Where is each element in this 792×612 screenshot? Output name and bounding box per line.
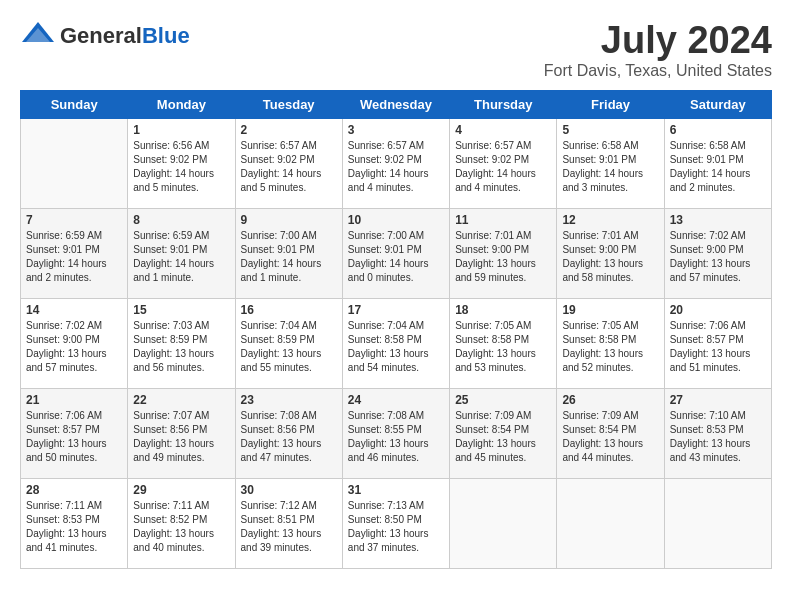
calendar-cell: 24Sunrise: 7:08 AM Sunset: 8:55 PM Dayli… [342,388,449,478]
cell-info: Sunrise: 7:02 AM Sunset: 9:00 PM Dayligh… [26,319,122,375]
day-number: 2 [241,123,337,137]
calendar-cell [664,478,771,568]
calendar-cell: 6Sunrise: 6:58 AM Sunset: 9:01 PM Daylig… [664,118,771,208]
calendar-cell: 1Sunrise: 6:56 AM Sunset: 9:02 PM Daylig… [128,118,235,208]
day-number: 4 [455,123,551,137]
day-number: 1 [133,123,229,137]
day-number: 9 [241,213,337,227]
calendar-cell: 20Sunrise: 7:06 AM Sunset: 8:57 PM Dayli… [664,298,771,388]
calendar-cell [450,478,557,568]
calendar-cell [21,118,128,208]
cell-info: Sunrise: 7:04 AM Sunset: 8:58 PM Dayligh… [348,319,444,375]
week-row-5: 28Sunrise: 7:11 AM Sunset: 8:53 PM Dayli… [21,478,772,568]
day-number: 16 [241,303,337,317]
calendar-cell: 19Sunrise: 7:05 AM Sunset: 8:58 PM Dayli… [557,298,664,388]
day-number: 25 [455,393,551,407]
day-number: 10 [348,213,444,227]
day-number: 18 [455,303,551,317]
cell-info: Sunrise: 6:57 AM Sunset: 9:02 PM Dayligh… [241,139,337,195]
calendar-cell: 10Sunrise: 7:00 AM Sunset: 9:01 PM Dayli… [342,208,449,298]
day-number: 7 [26,213,122,227]
week-row-4: 21Sunrise: 7:06 AM Sunset: 8:57 PM Dayli… [21,388,772,478]
cell-info: Sunrise: 7:08 AM Sunset: 8:56 PM Dayligh… [241,409,337,465]
calendar-cell: 30Sunrise: 7:12 AM Sunset: 8:51 PM Dayli… [235,478,342,568]
location: Fort Davis, Texas, United States [544,62,772,80]
cell-info: Sunrise: 6:59 AM Sunset: 9:01 PM Dayligh… [26,229,122,285]
day-number: 23 [241,393,337,407]
calendar-cell: 18Sunrise: 7:05 AM Sunset: 8:58 PM Dayli… [450,298,557,388]
logo-icon [20,20,56,52]
col-header-thursday: Thursday [450,90,557,118]
calendar-cell: 27Sunrise: 7:10 AM Sunset: 8:53 PM Dayli… [664,388,771,478]
calendar-cell: 2Sunrise: 6:57 AM Sunset: 9:02 PM Daylig… [235,118,342,208]
header: GeneralBlue July 2024 Fort Davis, Texas,… [20,20,772,80]
cell-info: Sunrise: 7:07 AM Sunset: 8:56 PM Dayligh… [133,409,229,465]
calendar-cell: 12Sunrise: 7:01 AM Sunset: 9:00 PM Dayli… [557,208,664,298]
day-number: 31 [348,483,444,497]
calendar-cell: 3Sunrise: 6:57 AM Sunset: 9:02 PM Daylig… [342,118,449,208]
day-number: 24 [348,393,444,407]
cell-info: Sunrise: 7:00 AM Sunset: 9:01 PM Dayligh… [241,229,337,285]
right-header: July 2024 Fort Davis, Texas, United Stat… [544,20,772,80]
cell-info: Sunrise: 7:13 AM Sunset: 8:50 PM Dayligh… [348,499,444,555]
day-number: 21 [26,393,122,407]
col-header-wednesday: Wednesday [342,90,449,118]
day-number: 15 [133,303,229,317]
calendar-cell: 26Sunrise: 7:09 AM Sunset: 8:54 PM Dayli… [557,388,664,478]
week-row-2: 7Sunrise: 6:59 AM Sunset: 9:01 PM Daylig… [21,208,772,298]
cell-info: Sunrise: 6:57 AM Sunset: 9:02 PM Dayligh… [455,139,551,195]
calendar: SundayMondayTuesdayWednesdayThursdayFrid… [20,90,772,569]
cell-info: Sunrise: 7:09 AM Sunset: 8:54 PM Dayligh… [455,409,551,465]
calendar-cell: 14Sunrise: 7:02 AM Sunset: 9:00 PM Dayli… [21,298,128,388]
day-number: 27 [670,393,766,407]
cell-info: Sunrise: 7:00 AM Sunset: 9:01 PM Dayligh… [348,229,444,285]
day-number: 5 [562,123,658,137]
day-number: 19 [562,303,658,317]
cell-info: Sunrise: 7:05 AM Sunset: 8:58 PM Dayligh… [455,319,551,375]
cell-info: Sunrise: 7:02 AM Sunset: 9:00 PM Dayligh… [670,229,766,285]
cell-info: Sunrise: 7:12 AM Sunset: 8:51 PM Dayligh… [241,499,337,555]
cell-info: Sunrise: 6:56 AM Sunset: 9:02 PM Dayligh… [133,139,229,195]
calendar-cell: 9Sunrise: 7:00 AM Sunset: 9:01 PM Daylig… [235,208,342,298]
calendar-cell: 15Sunrise: 7:03 AM Sunset: 8:59 PM Dayli… [128,298,235,388]
day-number: 20 [670,303,766,317]
cell-info: Sunrise: 6:59 AM Sunset: 9:01 PM Dayligh… [133,229,229,285]
cell-info: Sunrise: 7:01 AM Sunset: 9:00 PM Dayligh… [562,229,658,285]
calendar-cell: 31Sunrise: 7:13 AM Sunset: 8:50 PM Dayli… [342,478,449,568]
day-number: 8 [133,213,229,227]
cell-info: Sunrise: 7:05 AM Sunset: 8:58 PM Dayligh… [562,319,658,375]
calendar-cell: 7Sunrise: 6:59 AM Sunset: 9:01 PM Daylig… [21,208,128,298]
calendar-cell: 8Sunrise: 6:59 AM Sunset: 9:01 PM Daylig… [128,208,235,298]
cell-info: Sunrise: 7:01 AM Sunset: 9:00 PM Dayligh… [455,229,551,285]
day-number: 6 [670,123,766,137]
cell-info: Sunrise: 7:11 AM Sunset: 8:53 PM Dayligh… [26,499,122,555]
calendar-cell: 17Sunrise: 7:04 AM Sunset: 8:58 PM Dayli… [342,298,449,388]
day-number: 17 [348,303,444,317]
col-header-sunday: Sunday [21,90,128,118]
calendar-cell: 29Sunrise: 7:11 AM Sunset: 8:52 PM Dayli… [128,478,235,568]
calendar-cell: 23Sunrise: 7:08 AM Sunset: 8:56 PM Dayli… [235,388,342,478]
calendar-header-row: SundayMondayTuesdayWednesdayThursdayFrid… [21,90,772,118]
cell-info: Sunrise: 7:03 AM Sunset: 8:59 PM Dayligh… [133,319,229,375]
calendar-cell: 13Sunrise: 7:02 AM Sunset: 9:00 PM Dayli… [664,208,771,298]
day-number: 29 [133,483,229,497]
day-number: 11 [455,213,551,227]
cell-info: Sunrise: 6:58 AM Sunset: 9:01 PM Dayligh… [562,139,658,195]
day-number: 12 [562,213,658,227]
month-year: July 2024 [544,20,772,62]
day-number: 13 [670,213,766,227]
calendar-cell: 4Sunrise: 6:57 AM Sunset: 9:02 PM Daylig… [450,118,557,208]
cell-info: Sunrise: 7:09 AM Sunset: 8:54 PM Dayligh… [562,409,658,465]
calendar-cell: 21Sunrise: 7:06 AM Sunset: 8:57 PM Dayli… [21,388,128,478]
cell-info: Sunrise: 7:06 AM Sunset: 8:57 PM Dayligh… [26,409,122,465]
cell-info: Sunrise: 6:58 AM Sunset: 9:01 PM Dayligh… [670,139,766,195]
cell-info: Sunrise: 7:11 AM Sunset: 8:52 PM Dayligh… [133,499,229,555]
day-number: 22 [133,393,229,407]
day-number: 30 [241,483,337,497]
calendar-cell: 5Sunrise: 6:58 AM Sunset: 9:01 PM Daylig… [557,118,664,208]
cell-info: Sunrise: 7:08 AM Sunset: 8:55 PM Dayligh… [348,409,444,465]
cell-info: Sunrise: 7:10 AM Sunset: 8:53 PM Dayligh… [670,409,766,465]
logo-general-text: General [60,23,142,48]
col-header-saturday: Saturday [664,90,771,118]
calendar-cell: 22Sunrise: 7:07 AM Sunset: 8:56 PM Dayli… [128,388,235,478]
